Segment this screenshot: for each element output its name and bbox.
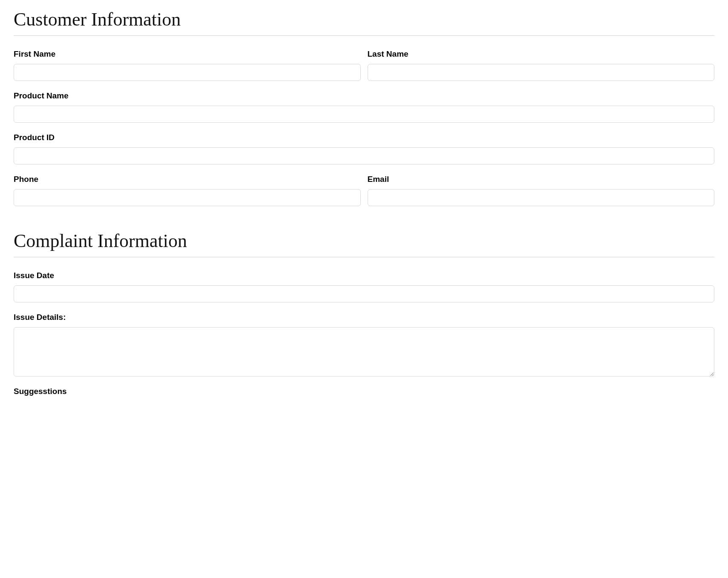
product-name-field: Product Name [14, 91, 714, 123]
issue-details-field: Issue Details: [14, 313, 714, 377]
first-name-label: First Name [14, 49, 361, 59]
phone-input[interactable] [14, 189, 361, 206]
issue-date-input[interactable] [14, 285, 714, 302]
product-id-input[interactable] [14, 147, 714, 164]
phone-label: Phone [14, 175, 361, 184]
name-row: First Name Last Name [14, 49, 714, 81]
last-name-label: Last Name [368, 49, 715, 59]
phone-field: Phone [14, 175, 361, 206]
issue-details-label: Issue Details: [14, 313, 714, 322]
email-input[interactable] [368, 189, 715, 206]
customer-information-section: Customer Information First Name Last Nam… [14, 9, 714, 206]
suggestions-label: Suggesstions [14, 387, 714, 396]
issue-date-label: Issue Date [14, 271, 714, 280]
issue-date-field: Issue Date [14, 271, 714, 302]
product-name-input[interactable] [14, 106, 714, 123]
first-name-field: First Name [14, 49, 361, 81]
first-name-input[interactable] [14, 64, 361, 81]
product-id-label: Product ID [14, 133, 714, 142]
email-label: Email [368, 175, 715, 184]
complaint-information-title: Complaint Information [14, 230, 714, 257]
issue-details-input[interactable] [14, 327, 714, 377]
product-name-label: Product Name [14, 91, 714, 101]
last-name-input[interactable] [368, 64, 715, 81]
product-id-field: Product ID [14, 133, 714, 164]
contact-row: Phone Email [14, 175, 714, 206]
complaint-information-section: Complaint Information Issue Date Issue D… [14, 230, 714, 396]
email-field: Email [368, 175, 715, 206]
customer-information-title: Customer Information [14, 9, 714, 36]
last-name-field: Last Name [368, 49, 715, 81]
